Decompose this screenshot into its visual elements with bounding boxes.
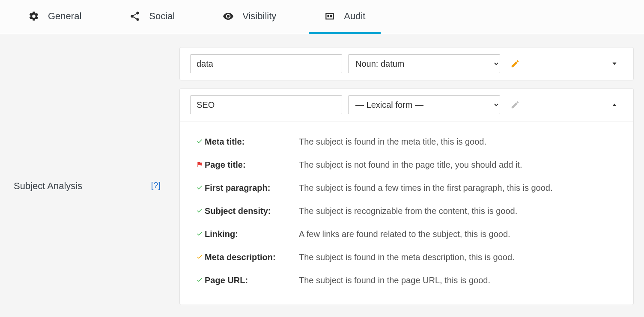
chevron-up-icon	[610, 100, 619, 110]
check-good-icon	[194, 135, 205, 148]
check-message: The subject is found in the meta descrip…	[299, 251, 619, 264]
check-good-icon	[194, 228, 205, 240]
eye-icon	[223, 11, 234, 22]
lexical-form-select[interactable]: Noun: datum	[348, 54, 500, 73]
keyword-input[interactable]	[190, 95, 342, 114]
tab-label: Social	[149, 11, 175, 22]
check-good-icon	[194, 274, 205, 287]
check-row: Meta description: The subject is found i…	[194, 246, 619, 269]
check-message: The subject is recognizable from the con…	[299, 204, 619, 217]
edit-button[interactable]	[506, 55, 524, 73]
subject-panel: — Lexical form — Meta title: The subject…	[179, 88, 634, 305]
check-label: Meta title:	[205, 135, 299, 148]
pencil-icon	[510, 59, 520, 68]
expand-toggle[interactable]	[606, 55, 623, 72]
id-card-icon	[324, 11, 335, 22]
pencil-icon	[510, 100, 520, 110]
check-good-icon	[194, 204, 205, 217]
tab-label: General	[48, 11, 81, 22]
checks-list: Meta title: The subject is found in the …	[180, 121, 633, 305]
tab-general[interactable]: General	[13, 0, 97, 34]
check-row: Page title: The subject is not found in …	[194, 153, 619, 176]
tab-social[interactable]: Social	[114, 0, 190, 34]
tab-visibility[interactable]: Visibility	[207, 0, 292, 34]
share-icon	[129, 11, 140, 22]
check-row: Subject density: The subject is recogniz…	[194, 199, 619, 222]
check-label: First paragraph:	[205, 181, 299, 194]
collapse-toggle[interactable]	[606, 96, 623, 113]
keyword-input[interactable]	[190, 54, 342, 73]
check-message: A few links are found related to the sub…	[299, 228, 619, 240]
check-row: Meta title: The subject is found in the …	[194, 130, 619, 153]
tab-audit[interactable]: Audit	[309, 0, 381, 34]
flag-icon	[194, 158, 205, 171]
subject-panel: Noun: datum	[179, 47, 634, 80]
main-panel: Noun: datum — Lexical form —	[169, 34, 644, 317]
check-label: Linking:	[205, 228, 299, 240]
check-label: Page title:	[205, 158, 299, 171]
edit-button[interactable]	[506, 96, 524, 114]
tab-label: Visibility	[242, 11, 276, 22]
check-message: The subject is found in the meta title, …	[299, 135, 619, 148]
check-row: Page URL: The subject is found in the pa…	[194, 269, 619, 292]
check-good-icon	[194, 181, 205, 194]
check-warn-icon	[194, 251, 205, 264]
check-label: Meta description:	[205, 251, 299, 264]
check-row: Linking: A few links are found related t…	[194, 222, 619, 246]
gear-icon	[28, 11, 39, 22]
check-message: The subject is found in the page URL, th…	[299, 274, 619, 287]
lexical-form-select[interactable]: — Lexical form —	[348, 95, 500, 114]
check-message: The subject is found a few times in the …	[299, 181, 619, 194]
help-link[interactable]: [?]	[151, 181, 161, 192]
check-row: First paragraph: The subject is found a …	[194, 176, 619, 199]
check-label: Subject density:	[205, 204, 299, 217]
chevron-down-icon	[610, 59, 619, 68]
check-message: The subject is not found in the page tit…	[299, 158, 619, 171]
tab-label: Audit	[344, 11, 365, 22]
tab-bar: General Social Visibility Audit	[0, 0, 644, 34]
section-heading: Subject Analysis	[14, 181, 82, 192]
check-label: Page URL:	[205, 274, 299, 287]
sidebar: Subject Analysis [?]	[0, 34, 169, 317]
